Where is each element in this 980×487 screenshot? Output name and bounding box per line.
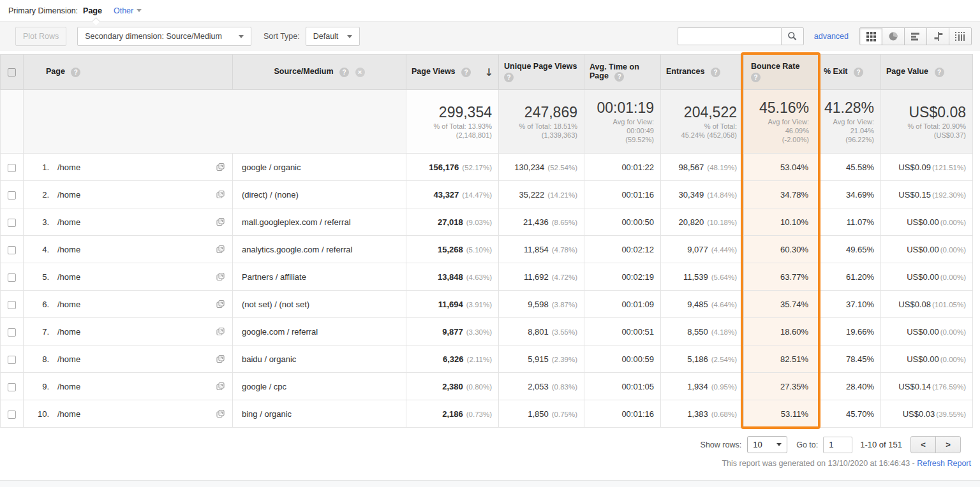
open-page-icon[interactable]: [216, 191, 225, 199]
previous-page-button[interactable]: <: [910, 436, 936, 453]
avg-time-cell: 00:01:16: [584, 181, 661, 208]
help-icon[interactable]: ?: [711, 68, 720, 77]
goto-label: Go to:: [796, 440, 818, 449]
select-all-checkbox[interactable]: [8, 68, 16, 76]
open-page-icon[interactable]: [216, 245, 225, 254]
column-label: Entrances: [666, 67, 704, 76]
page-cell: 5./home: [24, 263, 233, 291]
page-value-cell: US$0.14(176.59%): [881, 373, 973, 400]
avg-time-cell: 00:00:59: [584, 345, 661, 373]
row-checkbox[interactable]: [8, 246, 16, 254]
bounce-rate-cell: 35.74%: [744, 291, 819, 318]
open-page-icon[interactable]: [216, 328, 225, 336]
help-icon[interactable]: ?: [854, 68, 863, 77]
summary-row: 299,354 % of Total: 13.93%(2,148,801) 24…: [1, 90, 973, 154]
row-checkbox[interactable]: [8, 273, 16, 282]
sort-descending-icon: ↓: [485, 66, 493, 78]
page-views-cell: 156,176(52.17%): [406, 154, 499, 181]
search-icon: [787, 31, 798, 41]
search-input[interactable]: [678, 27, 781, 45]
column-label: Page: [46, 67, 65, 76]
page-views-cell: 9,877(3.30%): [406, 318, 499, 345]
primary-dimension-page-tab[interactable]: Page: [83, 6, 102, 15]
row-rank: 10.: [33, 409, 49, 419]
comparison-icon: [933, 32, 943, 41]
entrances-cell: 8,550(4.18%): [661, 318, 744, 345]
goto-page-input[interactable]: [823, 437, 852, 453]
comparison-view-button[interactable]: [926, 27, 949, 45]
help-icon[interactable]: ?: [339, 68, 349, 77]
show-rows-select[interactable]: 10: [747, 436, 787, 453]
summary-avg-time: 00:01:19 Avg for View:00:00:49(59.52%): [584, 90, 661, 154]
help-icon[interactable]: ?: [504, 73, 514, 82]
page-cell: 8./home: [24, 345, 233, 373]
table-row: 7./home google.com / referral 9,877(3.30…: [1, 318, 973, 345]
open-page-icon[interactable]: [216, 273, 225, 281]
next-page-button[interactable]: >: [935, 436, 961, 453]
table-view-button[interactable]: [859, 27, 882, 45]
help-icon[interactable]: ?: [614, 72, 624, 82]
open-page-icon[interactable]: [216, 218, 225, 226]
column-label: % Exit: [824, 67, 848, 76]
column-header-unique-page-views[interactable]: Unique Page Views ?: [499, 55, 584, 90]
search-button[interactable]: [781, 27, 804, 45]
column-header-avg-time[interactable]: Avg. Time on Page ?: [584, 55, 661, 90]
summary-page-value: US$0.08 % of Total: 20.90%(US$0.37): [881, 90, 973, 154]
plot-rows-button[interactable]: Plot Rows: [15, 27, 66, 46]
refresh-report-link[interactable]: Refresh Report: [917, 459, 971, 468]
page-views-cell: 13,848(4.63%): [406, 263, 499, 291]
open-page-icon[interactable]: [216, 300, 225, 309]
row-checkbox[interactable]: [8, 191, 16, 200]
open-page-icon[interactable]: [216, 163, 225, 171]
chevron-down-icon[interactable]: [137, 9, 142, 12]
pivot-view-button[interactable]: [949, 27, 972, 45]
row-checkbox[interactable]: [8, 383, 16, 391]
column-header-page-value[interactable]: Page Value ?: [881, 55, 973, 90]
percentage-view-button[interactable]: [882, 27, 905, 45]
avg-time-cell: 00:01:05: [584, 373, 661, 400]
remove-secondary-dimension-icon[interactable]: ×: [355, 68, 365, 77]
sort-type-dropdown[interactable]: Default: [306, 27, 360, 46]
page-cell: 4./home: [24, 236, 233, 263]
open-page-icon[interactable]: [216, 382, 225, 391]
table-search: [678, 27, 804, 45]
unique-page-views-cell: 1,850(0.75%): [499, 400, 584, 428]
help-icon[interactable]: ?: [935, 68, 944, 77]
column-header-pct-exit[interactable]: % Exit ?: [819, 55, 881, 90]
page-views-cell: 2,186(0.73%): [406, 400, 499, 428]
row-checkbox[interactable]: [8, 411, 16, 419]
open-page-icon[interactable]: [216, 410, 225, 418]
row-checkbox[interactable]: [8, 219, 16, 227]
primary-dimension-other-tab[interactable]: Other: [114, 6, 133, 15]
pct-exit-cell: 19.66%: [819, 318, 881, 345]
help-icon[interactable]: ?: [461, 68, 471, 77]
column-label: Unique Page Views: [504, 62, 577, 71]
column-header-page-views[interactable]: Page Views ? ↓: [406, 55, 499, 90]
entrances-cell: 30,349(14.84%): [661, 181, 744, 208]
open-page-icon[interactable]: [216, 355, 225, 363]
column-header-source-medium[interactable]: Source/Medium ? ×: [233, 55, 406, 90]
chevron-down-icon: [776, 443, 782, 446]
summary-bounce-rate: 45.16% Avg for View:46.09%(-2.00%): [744, 90, 819, 154]
advanced-search-link[interactable]: advanced: [814, 32, 849, 41]
unique-page-views-cell: 130,234(52.54%): [499, 154, 584, 181]
source-medium-cell: bing / organic: [233, 400, 406, 428]
secondary-dimension-dropdown[interactable]: Secondary dimension: Source/Medium: [77, 27, 251, 46]
column-header-bounce-rate[interactable]: Bounce Rate ?: [744, 55, 819, 90]
column-header-page[interactable]: Page ?: [24, 55, 233, 90]
unique-page-views-cell: 21,436(8.65%): [499, 208, 584, 236]
bounce-rate-cell: 63.77%: [744, 263, 819, 291]
help-icon[interactable]: ?: [751, 73, 761, 82]
source-medium-cell: google / organic: [233, 154, 406, 181]
row-checkbox[interactable]: [8, 328, 16, 337]
row-checkbox[interactable]: [8, 164, 16, 172]
row-checkbox[interactable]: [8, 301, 16, 309]
summary-value: US$0.08: [884, 104, 966, 120]
help-icon[interactable]: ?: [71, 68, 80, 77]
pct-exit-cell: 37.10%: [819, 291, 881, 318]
row-checkbox[interactable]: [8, 356, 16, 364]
column-header-entrances[interactable]: Entrances ?: [661, 55, 744, 90]
pct-exit-cell: 45.58%: [819, 154, 881, 181]
view-toggle-group: [860, 27, 972, 45]
performance-view-button[interactable]: [904, 27, 927, 45]
